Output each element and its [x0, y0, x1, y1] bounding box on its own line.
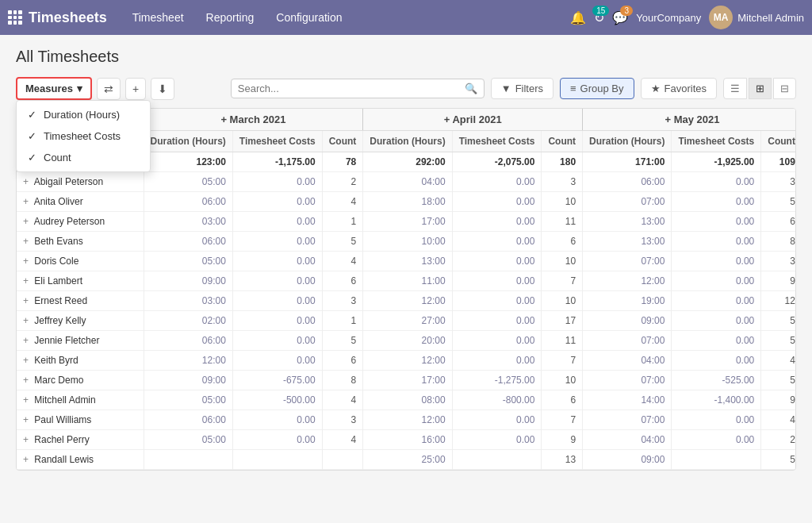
grid-view-button[interactable]: ⊞ — [749, 78, 772, 99]
expand-btn-0[interactable]: + — [23, 176, 29, 187]
messages-badge: 3 — [620, 6, 633, 16]
search-icon[interactable]: 🔍 — [465, 83, 477, 94]
expand-btn-9[interactable]: + — [23, 355, 29, 366]
updates-icon[interactable]: ↻ 15 — [594, 10, 604, 25]
plus-may[interactable]: + — [665, 113, 671, 125]
cell-2-4: 0.00 — [452, 212, 542, 232]
nav-configuration[interactable]: Configuration — [266, 6, 351, 29]
table-row: + Paul Williams06:000.00312:000.00707:00… — [17, 410, 796, 430]
topnav-right: 🔔 ↻ 15 💬 3 YourCompany MA Mitchell Admin — [570, 6, 804, 29]
total-march-count: 78 — [322, 152, 363, 172]
adjust-icon-button[interactable]: ⇄ — [97, 78, 121, 100]
row-label-7: + Jeffrey Kelly — [17, 311, 144, 331]
cell-2-1: 0.00 — [232, 212, 322, 232]
row-label-12: + Paul Williams — [17, 410, 144, 430]
expand-btn-2[interactable]: + — [23, 216, 29, 227]
cell-7-5: 17 — [542, 311, 583, 331]
expand-btn-12[interactable]: + — [23, 414, 29, 425]
cell-12-4: 0.00 — [452, 410, 542, 430]
cell-11-0: 05:00 — [144, 390, 232, 410]
cell-8-8: 5 — [761, 331, 796, 351]
cell-14-6: 09:00 — [583, 450, 672, 470]
notification-icon[interactable]: 🔔 — [570, 10, 586, 25]
expand-btn-11[interactable]: + — [23, 394, 29, 406]
filters-button[interactable]: ▼ Filters — [491, 78, 553, 99]
cell-4-2: 4 — [322, 252, 363, 271]
expand-btn-5[interactable]: + — [23, 275, 29, 286]
cell-3-8: 8 — [761, 232, 796, 252]
add-icon-button[interactable]: + — [125, 78, 146, 100]
cell-7-0: 02:00 — [144, 311, 232, 331]
group-by-button[interactable]: ≡ Group By — [560, 78, 634, 99]
row-label-10: + Marc Demo — [17, 371, 144, 390]
cell-7-8: 5 — [761, 311, 796, 331]
check-count: ✓ — [28, 152, 39, 163]
group-by-label: Group By — [580, 83, 624, 94]
cell-10-8: 5 — [761, 371, 796, 390]
expand-btn-4[interactable]: + — [23, 256, 29, 267]
check-duration: ✓ — [28, 109, 39, 121]
dropdown-item-costs[interactable]: ✓ Timesheet Costs — [17, 125, 150, 147]
dropdown-item-duration[interactable]: ✓ Duration (Hours) — [17, 104, 150, 125]
search-input[interactable] — [238, 83, 465, 94]
expand-btn-7[interactable]: + — [23, 315, 29, 326]
favorites-button[interactable]: ★ Favorites — [641, 78, 717, 99]
measures-button[interactable]: Measures ▾ — [16, 77, 92, 100]
download-icon-button[interactable]: ⬇ — [151, 78, 174, 100]
cell-13-8: 2 — [761, 430, 796, 450]
table-row: + Marc Demo09:00-675.00817:00-1,275.0010… — [17, 371, 796, 390]
grid-icon — [8, 10, 22, 25]
cell-1-8: 5 — [761, 192, 796, 212]
company-name[interactable]: YourCompany — [636, 12, 701, 24]
row-label-6: + Ernest Reed — [17, 291, 144, 311]
cell-12-0: 06:00 — [144, 410, 232, 430]
messages-icon[interactable]: 💬 3 — [612, 10, 628, 25]
expand-btn-14[interactable]: + — [23, 454, 29, 465]
cell-0-4: 0.00 — [452, 172, 542, 192]
cell-3-0: 06:00 — [144, 232, 232, 252]
expand-btn-6[interactable]: + — [23, 295, 29, 306]
cell-7-3: 27:00 — [363, 311, 452, 331]
updates-badge: 15 — [592, 6, 609, 16]
cell-9-5: 7 — [542, 351, 583, 371]
cell-1-3: 18:00 — [363, 192, 452, 212]
cell-10-2: 8 — [322, 371, 363, 390]
cell-2-7: 0.00 — [672, 212, 761, 232]
table-row: + Beth Evans06:000.00510:000.00613:000.0… — [17, 232, 796, 252]
kanban-view-button[interactable]: ⊟ — [773, 78, 796, 99]
cell-1-7: 0.00 — [672, 192, 761, 212]
cell-2-5: 11 — [542, 212, 583, 232]
cell-10-6: 07:00 — [583, 371, 672, 390]
cell-13-0: 05:00 — [144, 430, 232, 450]
dropdown-item-count[interactable]: ✓ Count — [17, 147, 150, 168]
cell-5-6: 12:00 — [583, 271, 672, 291]
nav-timesheet[interactable]: Timesheet — [123, 6, 193, 29]
user-menu[interactable]: MA Mitchell Admin — [709, 6, 804, 29]
cell-3-4: 0.00 — [452, 232, 542, 252]
app-logo[interactable]: Timesheets — [8, 10, 107, 26]
cell-0-6: 06:00 — [583, 172, 672, 192]
toolbar: Measures ▾ ✓ Duration (Hours) ✓ Timeshee… — [16, 77, 796, 100]
expand-btn-10[interactable]: + — [23, 375, 29, 386]
cell-11-7: -1,400.00 — [672, 390, 761, 410]
expand-btn-3[interactable]: + — [23, 236, 29, 247]
nav-reporting[interactable]: Reporting — [197, 6, 264, 29]
expand-btn-13[interactable]: + — [23, 434, 29, 445]
table-row: + Keith Byrd12:000.00612:000.00704:000.0… — [17, 351, 796, 371]
plus-april[interactable]: + — [444, 113, 450, 125]
total-may-cost: -1,925.00 — [672, 152, 761, 172]
cell-11-2: 4 — [322, 390, 363, 410]
cell-3-7: 0.00 — [672, 232, 761, 252]
cell-1-5: 10 — [542, 192, 583, 212]
total-april-cost: -2,075.00 — [452, 152, 542, 172]
list-view-button[interactable]: ☰ — [723, 78, 747, 99]
col-duration-2: Duration (Hours) — [363, 131, 452, 152]
expand-btn-1[interactable]: + — [23, 196, 29, 207]
plus-march[interactable]: + — [220, 113, 227, 125]
cell-2-8: 6 — [761, 212, 796, 232]
expand-btn-8[interactable]: + — [23, 335, 29, 346]
cell-7-7: 0.00 — [672, 311, 761, 331]
measures-caret: ▾ — [77, 83, 82, 94]
filters-label: Filters — [515, 83, 543, 94]
cell-6-6: 19:00 — [583, 291, 672, 311]
